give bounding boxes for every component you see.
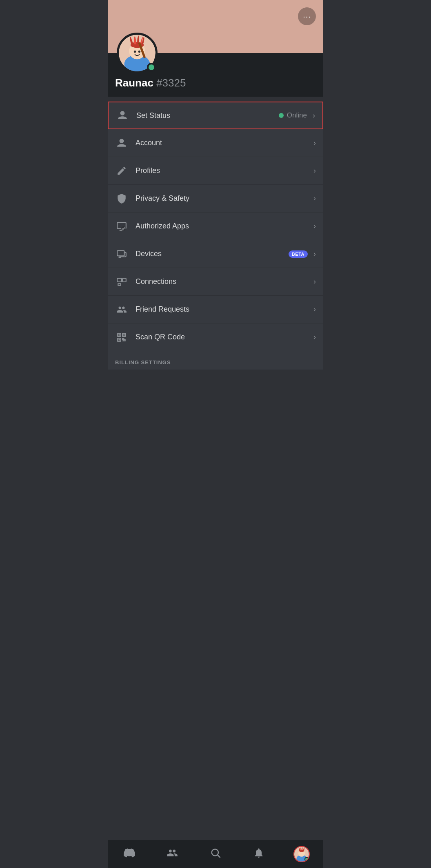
status-right: Online ›: [279, 111, 315, 120]
privacy-label: Privacy & Safety: [136, 194, 311, 203]
scan-qr-label: Scan QR Code: [136, 333, 311, 341]
devices-icon: [115, 248, 128, 261]
profile-section: Raunac #3325: [108, 53, 323, 97]
authorized-apps-label: Authorized Apps: [136, 222, 311, 230]
discriminator: #3325: [156, 77, 186, 89]
chevron-icon: ›: [313, 111, 315, 120]
connections-chevron: ›: [313, 277, 316, 286]
authorized-apps-icon: [115, 220, 128, 233]
set-status-label: Set Status: [136, 111, 279, 120]
svg-rect-13: [118, 334, 120, 335]
set-status-item[interactable]: Set Status Online ›: [108, 102, 323, 129]
authorized-apps-item[interactable]: Authorized Apps ›: [108, 213, 323, 240]
devices-chevron: ›: [313, 250, 316, 258]
more-options-button[interactable]: ···: [298, 7, 316, 25]
username: Raunac #3325: [115, 77, 316, 89]
svg-rect-15: [123, 334, 124, 335]
privacy-item[interactable]: Privacy & Safety ›: [108, 185, 323, 213]
profiles-icon: [115, 164, 128, 177]
privacy-icon: [115, 192, 128, 205]
profiles-label: Profiles: [136, 166, 311, 175]
account-label: Account: [136, 139, 311, 147]
devices-item[interactable]: Devices BETA ›: [108, 240, 323, 268]
devices-label: Devices: [136, 250, 289, 258]
account-chevron: ›: [313, 139, 316, 147]
profiles-chevron: ›: [313, 166, 316, 175]
authorized-apps-chevron: ›: [313, 222, 316, 230]
friend-requests-label: Friend Requests: [136, 305, 311, 314]
friend-requests-icon: [115, 303, 128, 316]
connections-label: Connections: [136, 277, 311, 286]
qr-code-icon: [115, 331, 128, 344]
set-status-icon: [116, 109, 129, 122]
svg-rect-11: [122, 278, 126, 282]
connections-item[interactable]: Connections ›: [108, 268, 323, 296]
profiles-item[interactable]: Profiles ›: [108, 157, 323, 185]
status-text: Online: [287, 111, 307, 120]
scan-qr-chevron: ›: [313, 333, 316, 341]
svg-rect-17: [118, 339, 120, 340]
settings-list: Set Status Online › Account › Profiles ›: [108, 102, 323, 370]
more-dots-icon: ···: [303, 12, 311, 20]
svg-point-5: [138, 51, 140, 53]
svg-rect-9: [117, 250, 124, 256]
account-icon: [115, 137, 128, 150]
svg-rect-10: [117, 278, 122, 282]
connections-icon: [115, 275, 128, 288]
svg-point-4: [134, 51, 136, 53]
scan-qr-item[interactable]: Scan QR Code ›: [108, 323, 323, 351]
avatar-wrapper: [117, 33, 158, 73]
billing-section-header: BILLING SETTINGS: [108, 351, 323, 370]
privacy-chevron: ›: [313, 194, 316, 203]
friend-requests-chevron: ›: [313, 305, 316, 314]
status-indicator-dot: [147, 63, 156, 72]
friend-requests-item[interactable]: Friend Requests ›: [108, 296, 323, 323]
online-dot: [279, 113, 284, 118]
account-item[interactable]: Account ›: [108, 129, 323, 157]
beta-badge: BETA: [289, 250, 308, 258]
